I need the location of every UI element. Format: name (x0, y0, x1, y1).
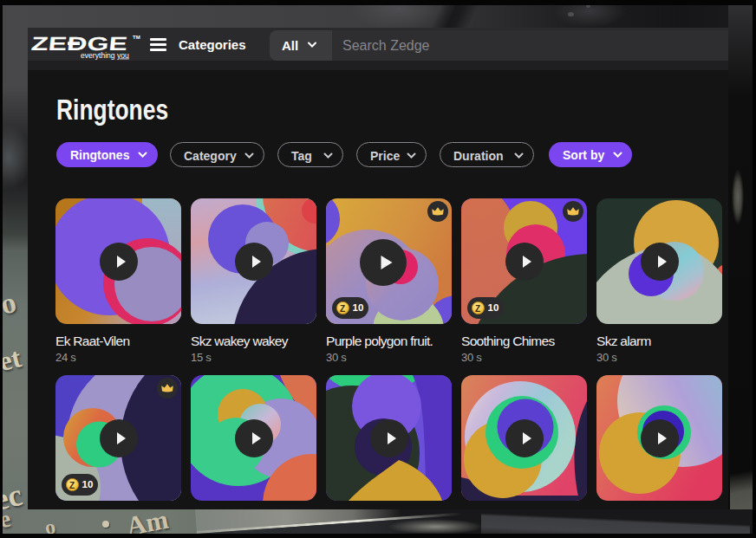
svg-text:everything you: everything you (81, 51, 129, 60)
svg-text:TM: TM (133, 35, 140, 40)
